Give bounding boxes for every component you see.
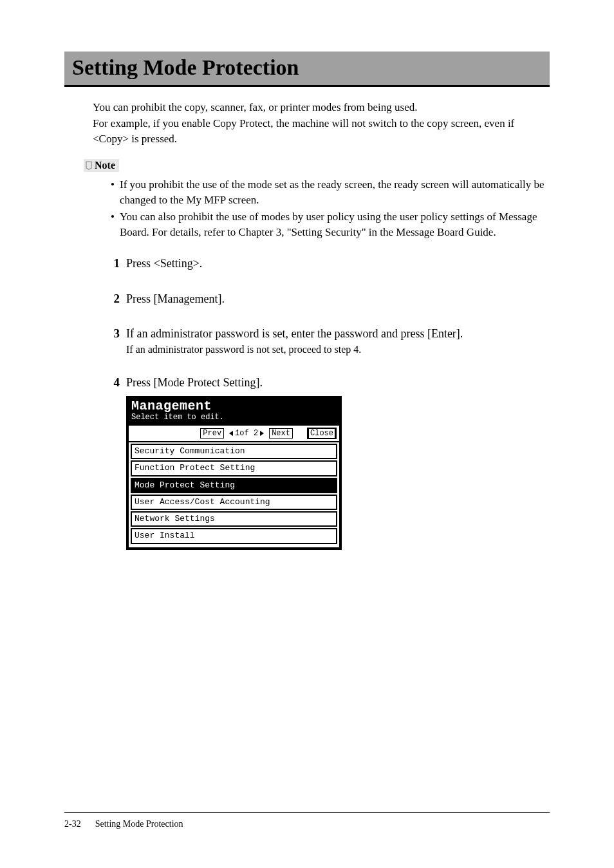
menu-item-user-install[interactable]: User Install — [131, 528, 337, 543]
intro-paragraph: You can prohibit the copy, scanner, fax,… — [93, 100, 550, 147]
menu-item-network-settings[interactable]: Network Settings — [131, 511, 337, 527]
prev-button[interactable]: Prev — [200, 428, 224, 439]
page-content: You can prohibit the copy, scanner, fax,… — [64, 100, 550, 812]
close-button[interactable]: Close — [307, 428, 337, 439]
footer-title: Setting Mode Protection — [95, 819, 183, 829]
menu-item-function-protect-setting[interactable]: Function Protect Setting — [131, 460, 337, 476]
note-bullet-list: If you prohibit the use of the mode set … — [111, 177, 550, 241]
lcd-pager: Prev 1of 2 Next Close — [129, 426, 339, 442]
step-1: 1 Press <Setting>. — [104, 256, 550, 271]
page-indicator-text: 1of 2 — [235, 429, 258, 438]
menu-item-security-communication[interactable]: Security Communication — [131, 444, 337, 459]
step-subtext: If an administrator password is not set,… — [126, 344, 550, 355]
page-title: Setting Mode Protection — [72, 55, 542, 80]
step-text: Press <Setting>. — [126, 256, 550, 271]
menu-item-user-access-cost-accounting[interactable]: User Access/Cost Accounting — [131, 495, 337, 510]
step-text: Press [Mode Protect Setting]. — [126, 375, 550, 390]
lcd-header: Management Select item to edit. — [129, 399, 339, 424]
step-number: 2 — [104, 291, 120, 307]
step-text: Press [Management]. — [126, 291, 550, 307]
step-text: If an administrator password is set, ent… — [126, 326, 550, 341]
lcd-panel: Management Select item to edit. Prev 1of… — [126, 396, 342, 550]
note-label: Note — [84, 159, 119, 172]
note-bullet: If you prohibit the use of the mode set … — [111, 177, 550, 208]
menu-item-mode-protect-setting[interactable]: Mode Protect Setting — [131, 478, 337, 493]
triangle-right-icon — [260, 431, 264, 436]
step-4: 4 Press [Mode Protect Setting]. — [104, 375, 550, 390]
lcd-title: Management — [131, 400, 337, 413]
lcd-menu-list: Security Communication Function Protect … — [129, 444, 339, 547]
page-title-bar: Setting Mode Protection — [64, 52, 550, 87]
step-number: 1 — [104, 256, 120, 271]
page-footer: 2-32 Setting Mode Protection — [64, 812, 550, 829]
next-button[interactable]: Next — [269, 428, 293, 439]
footer-page-number: 2-32 — [64, 819, 81, 829]
page-indicator: 1of 2 — [228, 429, 265, 438]
note-bullet: You can also prohibit the use of modes b… — [111, 209, 550, 240]
note-label-text: Note — [95, 160, 115, 171]
note-icon — [85, 161, 93, 170]
step-number: 4 — [104, 375, 120, 390]
triangle-left-icon — [229, 431, 233, 436]
step-number: 3 — [104, 326, 120, 341]
step-3: 3 If an administrator password is set, e… — [104, 326, 550, 355]
step-2: 2 Press [Management]. — [104, 291, 550, 307]
lcd-subtitle: Select item to edit. — [131, 413, 337, 422]
